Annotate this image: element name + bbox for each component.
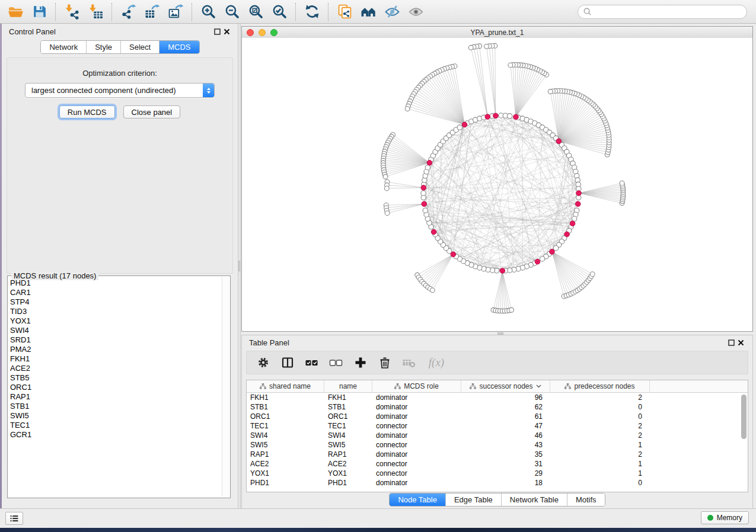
table-cell[interactable]: SWI4 bbox=[324, 431, 372, 440]
table-cell[interactable]: ORC1 bbox=[324, 412, 372, 421]
mcds-result-item[interactable]: SWI4 bbox=[10, 326, 221, 335]
tab-mcds[interactable]: MCDS bbox=[159, 41, 199, 53]
table-mode-button[interactable] bbox=[256, 355, 270, 370]
import-table-button[interactable] bbox=[84, 1, 107, 23]
tab-select[interactable]: Select bbox=[120, 41, 159, 53]
import-network-button[interactable] bbox=[60, 1, 84, 23]
table-cell[interactable]: dominator bbox=[372, 478, 461, 488]
table-cell[interactable]: 1 bbox=[550, 469, 650, 478]
table-row[interactable]: RAP1RAP1dominator352 bbox=[247, 450, 748, 459]
table-cell[interactable]: dominator bbox=[372, 450, 461, 459]
mcds-result-item[interactable]: GCR1 bbox=[10, 430, 221, 440]
mcds-result-item[interactable]: SRD1 bbox=[10, 335, 221, 345]
table-cell[interactable]: connector bbox=[372, 469, 461, 478]
mcds-result-item[interactable]: SWI5 bbox=[10, 411, 221, 421]
network-canvas[interactable] bbox=[242, 38, 752, 331]
export-network-button[interactable] bbox=[116, 1, 140, 23]
table-cell[interactable]: SWI4 bbox=[247, 431, 324, 440]
table-row[interactable]: TEC1TEC1connector472 bbox=[247, 421, 748, 431]
mcds-list-scrollbar[interactable] bbox=[222, 277, 229, 496]
table-cell[interactable]: YOX1 bbox=[324, 469, 372, 478]
tab-node-table[interactable]: Node Table bbox=[390, 493, 445, 506]
column-header-name[interactable]: name bbox=[324, 380, 372, 392]
table-cell[interactable]: 0 bbox=[550, 478, 650, 488]
table-cell[interactable]: dominator bbox=[372, 393, 461, 402]
table-cell[interactable]: 62 bbox=[461, 402, 550, 412]
first-neighbors-button[interactable] bbox=[356, 1, 380, 23]
zoom-selected-button[interactable] bbox=[267, 1, 291, 23]
table-cell[interactable]: ORC1 bbox=[247, 412, 324, 421]
delete-columns-button[interactable] bbox=[378, 355, 392, 370]
mcds-result-item[interactable]: FKH1 bbox=[10, 354, 221, 364]
hide-selected-button[interactable] bbox=[380, 1, 404, 23]
table-cell[interactable]: dominator bbox=[372, 431, 461, 440]
close-panel-icon[interactable] bbox=[222, 27, 231, 36]
column-header-successor-nodes[interactable]: successor nodes bbox=[461, 380, 550, 392]
mcds-result-item[interactable]: TID3 bbox=[10, 307, 221, 316]
table-cell[interactable]: SWI5 bbox=[324, 440, 372, 450]
column-header-MCDS-role[interactable]: MCDS role bbox=[372, 380, 461, 392]
table-cell[interactable]: dominator bbox=[372, 412, 461, 421]
table-cell[interactable]: 2 bbox=[550, 421, 650, 431]
splitter-handle[interactable] bbox=[238, 261, 240, 271]
table-cell[interactable]: 29 bbox=[461, 469, 550, 478]
table-cell[interactable]: PHD1 bbox=[324, 478, 372, 488]
table-cell[interactable]: 35 bbox=[461, 450, 550, 459]
table-cell[interactable]: 0 bbox=[550, 402, 650, 412]
table-cell[interactable]: connector bbox=[372, 459, 461, 469]
export-table-button[interactable] bbox=[140, 1, 164, 23]
table-scrollbar[interactable] bbox=[741, 394, 747, 490]
table-cell[interactable]: 61 bbox=[461, 412, 550, 421]
export-image-button[interactable] bbox=[164, 1, 187, 23]
table-cell[interactable]: 46 bbox=[461, 431, 550, 440]
column-header-shared-name[interactable]: shared name bbox=[247, 380, 324, 392]
table-cell[interactable]: 2 bbox=[550, 431, 650, 440]
table-cell[interactable]: 43 bbox=[461, 440, 550, 450]
table-cell[interactable]: SWI5 bbox=[247, 440, 324, 450]
new-network-from-selection-button[interactable] bbox=[333, 1, 356, 23]
zoom-out-button[interactable] bbox=[220, 1, 244, 23]
table-cell[interactable]: 47 bbox=[461, 421, 550, 431]
table-cell[interactable]: 2 bbox=[550, 450, 650, 459]
apply-layout-button[interactable] bbox=[300, 1, 324, 23]
table-row[interactable]: ACE2ACE2connector311 bbox=[247, 459, 748, 469]
scrollbar-thumb[interactable] bbox=[741, 395, 747, 439]
table-cell[interactable]: ACE2 bbox=[324, 459, 372, 469]
table-row[interactable]: SWI4SWI4dominator462 bbox=[247, 431, 748, 440]
table-row[interactable]: SWI5SWI5connector431 bbox=[247, 440, 748, 450]
table-cell[interactable]: PHD1 bbox=[247, 478, 324, 488]
table-cell[interactable]: 1 bbox=[550, 440, 650, 450]
table-row[interactable]: STB1STB1dominator620 bbox=[247, 402, 748, 412]
table-cell[interactable]: STB1 bbox=[247, 402, 324, 412]
mcds-result-item[interactable]: YOX1 bbox=[10, 316, 221, 326]
table-cell[interactable]: dominator bbox=[372, 402, 461, 412]
table-cell[interactable]: YOX1 bbox=[247, 469, 324, 478]
table-cell[interactable]: FKH1 bbox=[247, 393, 324, 402]
float-table-panel-icon[interactable] bbox=[726, 338, 736, 348]
mcds-result-item[interactable]: PHD1 bbox=[10, 278, 221, 288]
table-cell[interactable]: FKH1 bbox=[324, 393, 372, 402]
zoom-fit-button[interactable] bbox=[244, 1, 267, 23]
table-row[interactable]: PHD1PHD1dominator180 bbox=[247, 478, 748, 488]
table-cell[interactable]: 2 bbox=[550, 393, 650, 402]
tab-edge-table[interactable]: Edge Table bbox=[445, 493, 501, 506]
table-cell[interactable]: RAP1 bbox=[324, 450, 372, 459]
show-columns-button[interactable] bbox=[280, 355, 295, 370]
close-panel-button[interactable]: Close panel bbox=[123, 105, 181, 118]
mcds-result-item[interactable]: ORC1 bbox=[10, 383, 221, 392]
table-row[interactable]: ORC1ORC1dominator610 bbox=[247, 412, 748, 421]
optimization-criterion-select[interactable]: largest connected component (undirected) bbox=[25, 83, 215, 98]
tab-network-table[interactable]: Network Table bbox=[501, 493, 567, 506]
select-all-rows-button[interactable] bbox=[305, 355, 319, 370]
table-cell[interactable]: STB1 bbox=[324, 402, 372, 412]
zoom-in-button[interactable] bbox=[196, 1, 220, 23]
show-task-history-button[interactable] bbox=[5, 512, 23, 525]
run-mcds-button[interactable]: Run MCDS bbox=[59, 105, 115, 118]
mcds-result-item[interactable]: STB1 bbox=[10, 402, 221, 411]
table-cell[interactable]: 96 bbox=[461, 393, 550, 402]
tab-style[interactable]: Style bbox=[86, 41, 120, 53]
table-row[interactable]: YOX1YOX1connector291 bbox=[247, 469, 748, 478]
create-column-button[interactable] bbox=[353, 355, 368, 370]
deselect-all-rows-button[interactable] bbox=[329, 355, 343, 370]
delete-table-button[interactable] bbox=[402, 355, 416, 370]
